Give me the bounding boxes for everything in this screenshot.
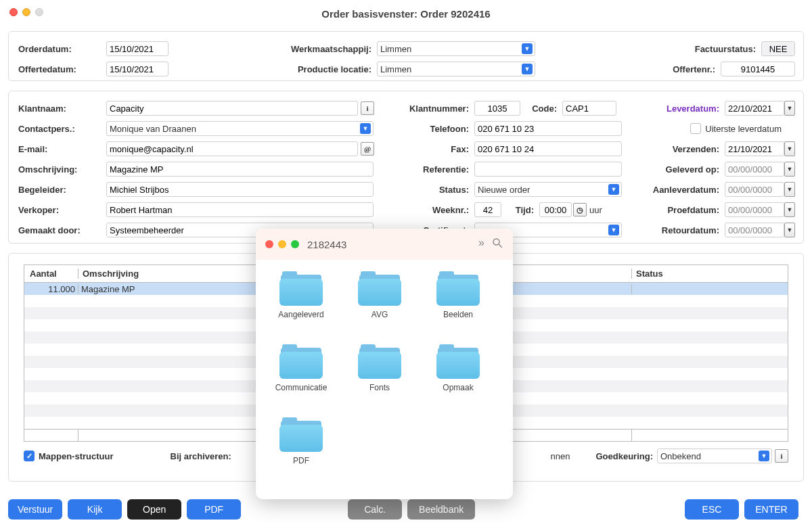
svg-line-1 bbox=[499, 244, 502, 248]
tijd-input[interactable] bbox=[539, 202, 572, 217]
folder-icon bbox=[358, 344, 401, 379]
offertedatum-input[interactable] bbox=[106, 62, 168, 76]
retour-input[interactable] bbox=[725, 223, 784, 237]
werkmaatschappij-label: Werkmaatschappij: bbox=[288, 44, 377, 54]
overflow-icon[interactable]: » bbox=[478, 237, 484, 252]
referentie-input[interactable] bbox=[474, 162, 622, 177]
folder-label: Beelden bbox=[428, 310, 489, 319]
productie-locatie-select[interactable]: Limmen ▼ bbox=[377, 62, 535, 76]
chevron-down-icon: ▼ bbox=[522, 43, 533, 54]
popup-close-button[interactable] bbox=[265, 240, 273, 248]
verstuur-button[interactable]: Verstuur bbox=[8, 499, 62, 520]
calendar-dropdown-icon[interactable]: ▼ bbox=[784, 202, 795, 217]
factuurstatus-label: Factuurstatus: bbox=[694, 44, 761, 54]
werkmaatschappij-value: Limmen bbox=[380, 44, 411, 54]
folder-label: Opmaak bbox=[428, 383, 489, 392]
col-aantal[interactable]: Aantal bbox=[24, 269, 78, 279]
chevron-down-icon: ▼ bbox=[360, 123, 371, 134]
window-title: Order basisvenster: Order 9202416 bbox=[0, 8, 812, 20]
status-select[interactable]: Nieuwe order ▼ bbox=[474, 182, 622, 197]
code-input[interactable] bbox=[562, 101, 616, 116]
contactpers-select[interactable]: Monique van Draanen ▼ bbox=[106, 121, 374, 136]
calendar-dropdown-icon[interactable]: ▼ bbox=[784, 101, 795, 116]
fax-input[interactable] bbox=[474, 141, 622, 156]
finder-popup: 2182443 » Aangeleverd AVG Beelden Commun… bbox=[256, 229, 513, 499]
col-status[interactable]: Status bbox=[632, 269, 788, 279]
open-button[interactable]: Open bbox=[127, 499, 181, 520]
verzenden-input[interactable] bbox=[725, 141, 784, 156]
folder-label: AVG bbox=[349, 310, 410, 319]
klantnaam-input[interactable] bbox=[106, 101, 358, 116]
telefoon-input[interactable] bbox=[474, 121, 622, 136]
goedkeuring-value: Onbekend bbox=[660, 451, 701, 461]
mappen-structuur-checkbox[interactable]: ✓ bbox=[24, 451, 35, 461]
proef-label: Proefdatum: bbox=[666, 205, 725, 215]
gemaakt-door-label: Gemaakt door: bbox=[17, 225, 106, 235]
weeknr-label: Weeknr.: bbox=[393, 205, 474, 215]
geleverd-label: Geleverd op: bbox=[664, 164, 725, 175]
calendar-dropdown-icon[interactable]: ▼ bbox=[784, 182, 795, 197]
folder-label: PDF bbox=[271, 456, 332, 465]
info-icon[interactable]: i bbox=[775, 449, 788, 463]
popup-zoom-button[interactable] bbox=[291, 240, 299, 248]
leverdatum-input[interactable] bbox=[725, 101, 784, 116]
orderdatum-label: Orderdatum: bbox=[17, 44, 106, 54]
calendar-dropdown-icon[interactable]: ▼ bbox=[784, 141, 795, 156]
offertedatum-label: Offertedatum: bbox=[17, 64, 106, 74]
folder-icon bbox=[436, 344, 480, 379]
pdf-button[interactable]: PDF bbox=[187, 499, 241, 520]
chevron-down-icon: ▼ bbox=[608, 225, 619, 235]
goedkeuring-select[interactable]: Onbekend ▼ bbox=[657, 448, 772, 463]
folder-label: Aangeleverd bbox=[271, 310, 332, 319]
status-value: Nieuwe order bbox=[478, 185, 530, 195]
offertenr-input[interactable] bbox=[721, 62, 795, 76]
folder-pdf[interactable]: PDF bbox=[271, 417, 332, 465]
beeldbank-button[interactable]: Beeldbank bbox=[407, 499, 475, 520]
folder-aangeleverd[interactable]: Aangeleverd bbox=[271, 271, 332, 319]
chevron-down-icon: ▼ bbox=[608, 184, 619, 195]
omschrijving-input[interactable] bbox=[106, 162, 374, 177]
tijd-unit: uur bbox=[589, 205, 602, 215]
proef-input[interactable] bbox=[725, 202, 784, 217]
folder-icon bbox=[279, 344, 323, 379]
offertenr-label: Offertenr.: bbox=[671, 64, 721, 74]
at-icon[interactable]: @ bbox=[361, 142, 374, 156]
uiterste-leverdatum-checkbox[interactable] bbox=[690, 123, 701, 134]
calendar-dropdown-icon[interactable]: ▼ bbox=[784, 162, 795, 177]
verkoper-input[interactable] bbox=[106, 202, 374, 217]
folder-opmaak[interactable]: Opmaak bbox=[428, 344, 489, 392]
folder-label: Communicatie bbox=[271, 383, 332, 392]
clock-icon[interactable]: ◷ bbox=[573, 203, 587, 216]
weeknr-input[interactable] bbox=[474, 202, 501, 217]
begeleider-input[interactable] bbox=[106, 182, 374, 197]
werkmaatschappij-select[interactable]: Limmen ▼ bbox=[377, 41, 535, 56]
folder-fonts[interactable]: Fonts bbox=[349, 344, 410, 392]
folder-beelden[interactable]: Beelden bbox=[428, 271, 489, 319]
klantnummer-input[interactable] bbox=[474, 101, 520, 116]
fax-label: Fax: bbox=[393, 144, 474, 154]
calc-button[interactable]: Calc. bbox=[348, 499, 402, 520]
enter-button[interactable]: ENTER bbox=[744, 499, 798, 520]
uiterste-leverdatum-label: Uiterste leverdatum bbox=[705, 124, 782, 134]
mappen-structuur-label: Mappen-structuur bbox=[39, 451, 114, 461]
aanlever-input[interactable] bbox=[725, 182, 784, 197]
email-input[interactable] bbox=[106, 141, 358, 156]
folder-communicatie[interactable]: Communicatie bbox=[271, 344, 332, 392]
orderdatum-input[interactable] bbox=[106, 41, 168, 56]
geleverd-input[interactable] bbox=[725, 162, 784, 177]
esc-button[interactable]: ESC bbox=[685, 499, 739, 520]
calendar-dropdown-icon[interactable]: ▼ bbox=[784, 223, 795, 237]
begeleider-label: Begeleider: bbox=[17, 185, 106, 195]
search-icon[interactable] bbox=[491, 237, 503, 252]
info-icon[interactable]: i bbox=[361, 101, 374, 115]
contactpers-label: Contactpers.: bbox=[17, 124, 106, 134]
popup-minimize-button[interactable] bbox=[278, 240, 286, 248]
chevron-down-icon: ▼ bbox=[759, 451, 769, 461]
status-label: Status: bbox=[393, 185, 474, 195]
kijk-button[interactable]: Kijk bbox=[68, 499, 122, 520]
leverdatum-label: Leverdatum: bbox=[665, 104, 725, 114]
referentie-label: Referentie: bbox=[393, 164, 474, 175]
folder-avg[interactable]: AVG bbox=[349, 271, 410, 319]
svg-point-0 bbox=[493, 239, 499, 245]
code-label: Code: bbox=[520, 104, 562, 114]
